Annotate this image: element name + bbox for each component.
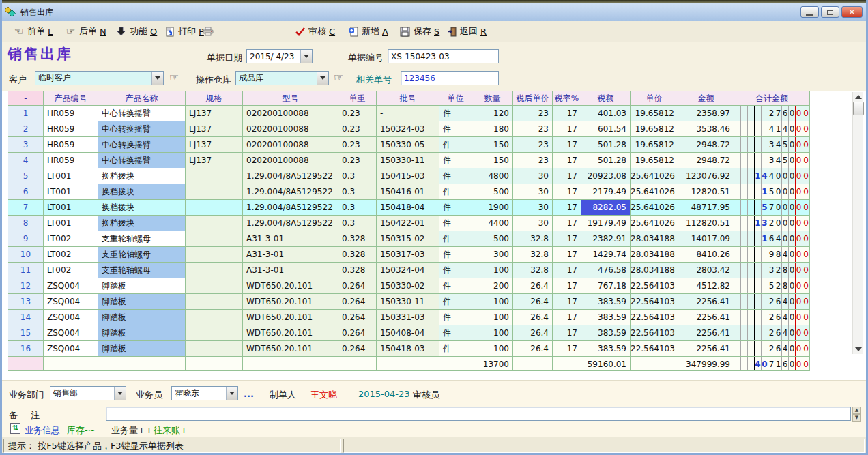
col-header-rate[interactable]: 税率%: [553, 91, 581, 105]
cell-spec[interactable]: LJ137: [186, 106, 243, 121]
cell-qty[interactable]: 4400: [472, 216, 513, 231]
cell-name[interactable]: 支重轮轴螺母: [98, 263, 186, 278]
col-header-code[interactable]: 产品编号: [44, 91, 98, 105]
cell-amount[interactable]: 48717.95: [678, 200, 734, 215]
cell-batch[interactable]: 150422-01: [377, 216, 439, 231]
cell-num[interactable]: 2: [8, 121, 44, 136]
cell-qty[interactable]: 500: [472, 231, 513, 246]
cell-spec[interactable]: LJ137: [186, 121, 243, 136]
cell-tax[interactable]: 383.59: [581, 341, 631, 356]
vertical-scrollbar[interactable]: [852, 92, 863, 354]
cell-rate[interactable]: 17: [553, 106, 581, 121]
close-button[interactable]: ✕: [841, 6, 863, 18]
warehouse-combobox[interactable]: 成品库: [235, 71, 329, 85]
cell-unit[interactable]: 件: [439, 184, 472, 199]
cell-model[interactable]: A31-3-01: [243, 231, 338, 246]
table-row[interactable]: 1HR059中心转换摇臂LJ1370202001000880.23-件12023…: [8, 106, 809, 121]
cell-name[interactable]: 脚踏板: [98, 294, 186, 309]
cell-weight[interactable]: 0.23: [338, 137, 377, 152]
next-doc-button[interactable]: ☞ 后单N: [65, 24, 106, 39]
cell-num[interactable]: 1: [8, 106, 44, 121]
cell-amount[interactable]: 123076.92: [678, 168, 734, 184]
cell-rate[interactable]: 17: [553, 278, 581, 293]
cell-batch[interactable]: 150418-03: [377, 341, 439, 356]
cell-batch[interactable]: 150416-01: [377, 184, 439, 199]
cell-num[interactable]: 4: [8, 153, 44, 168]
cell-qty[interactable]: 300: [472, 247, 513, 262]
cell-price[interactable]: 25.641026: [631, 216, 678, 231]
col-header-price-tax[interactable]: 税后单价: [513, 91, 553, 105]
warehouse-picker-hand-icon[interactable]: ☞: [334, 71, 343, 85]
col-header-tax[interactable]: 税额: [581, 91, 631, 105]
cell-num[interactable]: 7: [8, 200, 44, 215]
scroll-thumb[interactable]: [853, 102, 864, 115]
cell-spec[interactable]: [186, 294, 243, 309]
cell-spec[interactable]: [186, 184, 243, 199]
cell-model[interactable]: A31-3-01: [243, 247, 338, 262]
cell-unit[interactable]: 件: [439, 294, 472, 309]
cell-unit[interactable]: 件: [439, 278, 472, 293]
cell-name[interactable]: 支重轮轴螺母: [98, 247, 186, 262]
cell-amount[interactable]: 14017.09: [678, 231, 734, 246]
cell-price[interactable]: 22.564103: [631, 341, 678, 356]
cell-qty[interactable]: 100: [472, 294, 513, 309]
dept-combobox[interactable]: 销售部: [50, 386, 126, 400]
link-volume[interactable]: 业务量++: [111, 424, 153, 437]
cell-ptax[interactable]: 26.4: [513, 310, 553, 325]
cell-spec[interactable]: [186, 310, 243, 325]
cell-code[interactable]: ZSQ004: [44, 310, 98, 325]
cell-model[interactable]: 020200100088: [243, 137, 338, 152]
cell-spec[interactable]: [186, 263, 243, 278]
cell-model[interactable]: 020200100088: [243, 106, 338, 121]
cell-tax[interactable]: 2382.91: [581, 231, 631, 246]
customer-picker-hand-icon[interactable]: ☞: [169, 71, 179, 85]
cell-name[interactable]: 换档拨块: [98, 168, 186, 184]
cell-code[interactable]: ZSQ004: [44, 278, 98, 293]
cell-num[interactable]: 10: [8, 247, 44, 262]
cell-weight[interactable]: 0.328: [338, 263, 377, 278]
warehouse-dropdown-icon[interactable]: [317, 72, 328, 85]
cell-qty[interactable]: 120: [472, 106, 513, 121]
cell-ptax[interactable]: 26.4: [513, 294, 553, 309]
cell-rate[interactable]: 17: [553, 341, 581, 356]
spinner-up-icon[interactable]: ▲: [852, 407, 861, 414]
cell-weight[interactable]: 0.3: [338, 200, 377, 215]
cell-code[interactable]: LT002: [44, 263, 98, 278]
cell-qty[interactable]: 200: [472, 278, 513, 293]
table-row[interactable]: 13ZSQ004脚踏板WDT650.20.1010.264150330-11件1…: [8, 294, 809, 310]
cell-batch[interactable]: 150317-03: [377, 247, 439, 262]
table-row[interactable]: 16ZSQ004脚踏板WDT650.20.1010.264150418-03件1…: [8, 341, 809, 357]
col-header-rownum[interactable]: -: [8, 91, 44, 105]
cell-model[interactable]: WDT650.20.101: [243, 310, 338, 325]
cell-num[interactable]: 6: [8, 184, 44, 199]
cell-unit[interactable]: 件: [439, 200, 472, 215]
cell-price[interactable]: 19.65812: [631, 106, 678, 121]
date-combobox[interactable]: 2015/ 4/23: [246, 49, 313, 63]
cell-ptax[interactable]: 26.4: [513, 278, 553, 293]
cell-qty[interactable]: 1900: [472, 200, 513, 215]
cell-code[interactable]: LT002: [44, 247, 98, 262]
cell-tax[interactable]: 767.18: [581, 278, 631, 293]
cell-name[interactable]: 脚踏板: [98, 278, 186, 293]
cell-tax[interactable]: 501.28: [581, 137, 631, 152]
cell-price[interactable]: 25.641026: [631, 168, 678, 184]
table-row[interactable]: 11LT002支重轮轴螺母A31-3-010.328150324-04件1003…: [8, 263, 809, 278]
cell-qty[interactable]: 4800: [472, 168, 513, 184]
cell-num[interactable]: 14: [8, 310, 44, 325]
cell-qty[interactable]: 100: [472, 310, 513, 325]
cell-price[interactable]: 22.564103: [631, 278, 678, 293]
cell-price[interactable]: 25.641026: [631, 200, 678, 215]
function-button[interactable]: 功能O: [115, 24, 157, 39]
cell-rate[interactable]: 17: [553, 184, 581, 199]
cell-rate[interactable]: 17: [553, 294, 581, 309]
cell-qty[interactable]: 100: [472, 325, 513, 340]
cell-ptax[interactable]: 23: [513, 106, 553, 121]
cell-num[interactable]: 8: [8, 216, 44, 231]
cell-qty[interactable]: 150: [472, 137, 513, 152]
cell-amount[interactable]: 2256.41: [678, 310, 734, 325]
doc-no-input[interactable]: [388, 49, 499, 63]
cell-code[interactable]: ZSQ004: [44, 341, 98, 356]
cell-price[interactable]: 22.564103: [631, 294, 678, 309]
cell-num[interactable]: 5: [8, 168, 44, 184]
cell-unit[interactable]: 件: [439, 216, 472, 231]
